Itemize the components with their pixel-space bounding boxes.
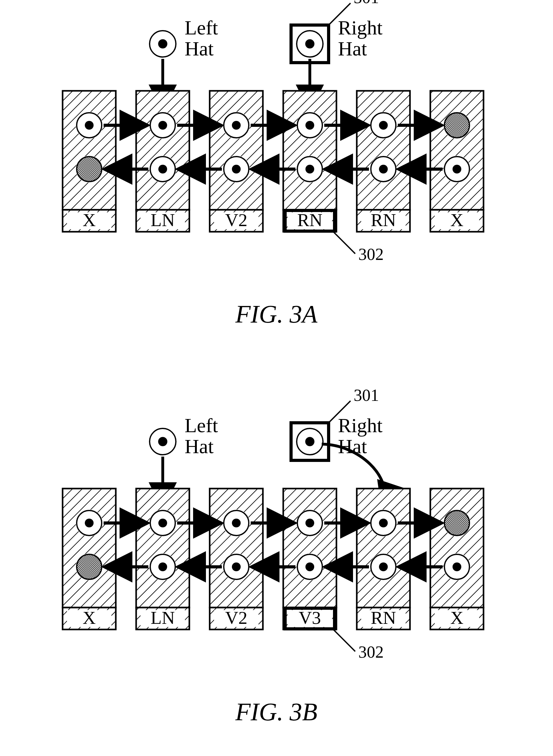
callout-301-text: 301: [353, 386, 379, 405]
box-0-label: X: [83, 210, 96, 230]
box-3-top-dot: [305, 519, 314, 527]
left-hat-label: LeftHat: [185, 17, 218, 60]
box-2-bot-dot: [232, 562, 241, 571]
box-4-top-dot: [379, 519, 388, 527]
box-0-bot: [77, 156, 102, 182]
box-4-label: RN: [371, 608, 396, 628]
box-0-label: X: [83, 608, 96, 628]
box-5-top: [445, 113, 469, 138]
callout-302-text: 302: [358, 245, 384, 264]
box-3: [283, 91, 336, 210]
box-2-top-dot: [232, 519, 241, 527]
box-2-label: V2: [225, 210, 248, 230]
figure-group: LeftHat301RightHatXLNV2V3302RNX: [63, 386, 483, 662]
box-2-top-dot: [232, 121, 241, 130]
box-1-top-dot: [158, 121, 167, 130]
box-0: [63, 91, 116, 210]
box-0: [63, 489, 116, 608]
callout-302-leader: [333, 629, 355, 651]
box-3-bot-dot: [305, 562, 314, 571]
box-1-bot-dot: [158, 562, 167, 571]
box-0-top-dot: [85, 121, 94, 130]
box-5: [430, 91, 483, 210]
right-hat-label: RightHat: [338, 17, 382, 60]
box-5-bot-dot: [453, 562, 461, 571]
box-2: [210, 91, 263, 210]
callout-302-leader: [333, 232, 355, 254]
box-3-top-dot: [305, 121, 314, 130]
box-4: [357, 91, 410, 210]
figure-a-caption: FIG. 3A: [235, 300, 318, 328]
box-4-top-dot: [379, 121, 388, 130]
box-4-label: RN: [371, 210, 396, 230]
box-0-bot: [77, 554, 102, 579]
box-0-top-dot: [85, 519, 94, 527]
box-1-top-dot: [158, 519, 167, 527]
box-5-label: X: [450, 210, 464, 230]
box-5: [430, 489, 483, 608]
callout-301-text: 301: [353, 0, 379, 7]
box-3: [283, 489, 336, 608]
box-1: [136, 489, 189, 608]
box-3-bot-dot: [305, 165, 314, 174]
box-5-bot-dot: [453, 165, 461, 174]
box-1-label: LN: [151, 608, 175, 628]
callout-302-text: 302: [358, 643, 384, 662]
box-2-bot-dot: [232, 165, 241, 174]
box-1: [136, 91, 189, 210]
left-hat-label: LeftHat: [185, 414, 218, 458]
box-4-bot-dot: [379, 562, 388, 571]
right-hat-circle-dot: [305, 437, 314, 446]
left-hat-circle-dot: [158, 437, 167, 446]
box-2-label: V2: [225, 608, 248, 628]
box-4: [357, 489, 410, 608]
box-5-top: [445, 510, 469, 536]
box-5-label: X: [450, 608, 464, 628]
box-4-bot-dot: [379, 165, 388, 174]
box-3-label: V3: [299, 608, 321, 628]
box-3-label: RN: [297, 210, 323, 230]
left-hat-circle-dot: [158, 39, 167, 48]
figure-group: LeftHat301RightHatXLNV2RN302RNX: [63, 0, 483, 264]
figure-b-caption: FIG. 3B: [235, 698, 317, 726]
box-2: [210, 489, 263, 608]
box-1-label: LN: [151, 210, 175, 230]
right-hat-circle-dot: [305, 39, 314, 48]
box-1-bot-dot: [158, 165, 167, 174]
right-hat-label: RightHat: [338, 414, 382, 458]
